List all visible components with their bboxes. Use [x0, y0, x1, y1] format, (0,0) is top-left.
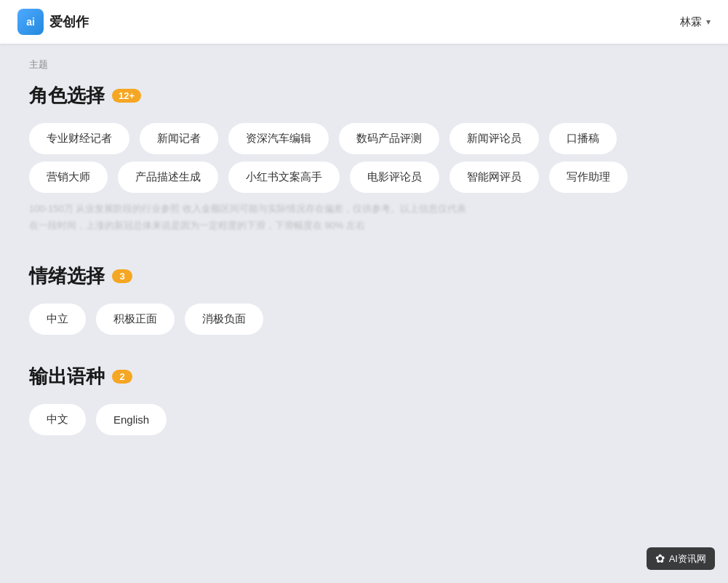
logo-text: 爱创作	[49, 13, 89, 31]
role-tag-1[interactable]: 新闻记者	[140, 123, 218, 154]
role-tag-3[interactable]: 数码产品评测	[339, 123, 439, 154]
role-badge: 12+	[112, 89, 141, 103]
language-section-header: 输出语种 2	[29, 364, 699, 389]
role-tag-11[interactable]: 写作助理	[549, 162, 628, 193]
role-tag-10[interactable]: 智能网评员	[449, 162, 539, 193]
emotion-tag-1[interactable]: 积极正面	[96, 304, 175, 335]
language-badge: 2	[112, 370, 132, 384]
language-tags-row: 中文 English	[29, 404, 699, 435]
emotion-section-header: 情绪选择 3	[29, 263, 699, 289]
role-tag-4[interactable]: 新闻评论员	[449, 123, 539, 154]
main-content: 主题 角色选择 12+ 专业财经记者 新闻记者 资深汽车编辑 数码产品评测 新闻…	[0, 44, 728, 493]
breadcrumb: 主题	[29, 58, 699, 71]
role-tag-8[interactable]: 小红书文案高手	[228, 162, 340, 193]
watermark-icon: ✿	[655, 552, 665, 566]
language-section-title: 输出语种	[29, 364, 105, 389]
language-section: 输出语种 2 中文 English	[29, 364, 699, 435]
chevron-down-icon: ▾	[706, 17, 711, 27]
role-tags-row-1: 专业财经记者 新闻记者 资深汽车编辑 数码产品评测 新闻评论员 口播稿	[29, 123, 699, 154]
language-tag-0[interactable]: 中文	[29, 404, 86, 435]
watermark-label: AI资讯网	[669, 552, 706, 566]
watermark: ✿ AI资讯网	[647, 547, 715, 570]
role-blur-text: 100-150万 从业发展阶段的行业参照 收入金额区间可能与实际情况存在偏差，仅…	[29, 200, 699, 234]
role-section: 角色选择 12+ 专业财经记者 新闻记者 资深汽车编辑 数码产品评测 新闻评论员…	[29, 83, 699, 234]
role-tags-row-2: 营销大师 产品描述生成 小红书文案高手 电影评论员 智能网评员 写作助理	[29, 162, 699, 193]
role-section-header: 角色选择 12+	[29, 83, 699, 108]
logo-icon: ai	[17, 9, 44, 35]
emotion-tag-0[interactable]: 中立	[29, 304, 86, 335]
user-area[interactable]: 林霖 ▾	[680, 15, 711, 29]
role-tag-6[interactable]: 营销大师	[29, 162, 108, 193]
emotion-section: 情绪选择 3 中立 积极正面 消极负面	[29, 263, 699, 335]
role-section-title: 角色选择	[29, 83, 105, 108]
role-tag-9[interactable]: 电影评论员	[350, 162, 439, 193]
user-name: 林霖	[680, 15, 702, 29]
header: ai 爱创作 林霖 ▾	[0, 0, 728, 44]
role-tag-2[interactable]: 资深汽车编辑	[228, 123, 329, 154]
language-tag-1[interactable]: English	[96, 404, 167, 435]
emotion-section-title: 情绪选择	[29, 263, 105, 289]
role-tag-7[interactable]: 产品描述生成	[118, 162, 218, 193]
role-tag-5[interactable]: 口播稿	[549, 123, 617, 154]
emotion-tag-2[interactable]: 消极负面	[185, 304, 263, 335]
emotion-badge: 3	[112, 269, 132, 283]
logo-area: ai 爱创作	[17, 9, 89, 35]
emotion-tags-row: 中立 积极正面 消极负面	[29, 304, 699, 335]
role-tag-0[interactable]: 专业财经记者	[29, 123, 129, 154]
